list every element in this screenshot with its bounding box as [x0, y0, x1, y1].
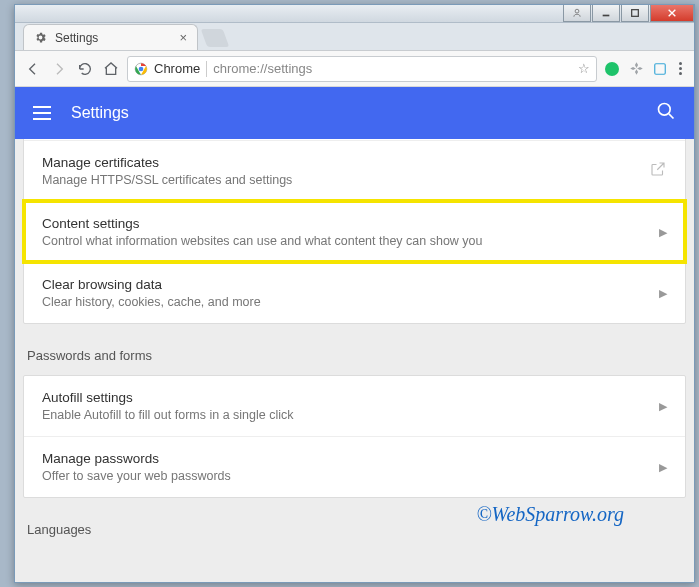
- browser-menu-button[interactable]: [675, 62, 686, 75]
- row-autofill-settings[interactable]: Autofill settings Enable Autofill to fil…: [24, 376, 685, 436]
- reload-button[interactable]: [75, 59, 95, 79]
- omnibox-url: chrome://settings: [213, 61, 312, 76]
- row-text: Manage passwords Offer to save your web …: [42, 451, 647, 483]
- row-title: Content settings: [42, 216, 647, 231]
- svg-rect-5: [655, 63, 666, 74]
- row-text: Manage certificates Manage HTTPS/SSL cer…: [42, 155, 637, 187]
- omnibox-origin: Chrome: [154, 61, 200, 76]
- tab-close-icon[interactable]: ×: [179, 30, 187, 45]
- bookmark-star-icon[interactable]: ☆: [578, 61, 590, 76]
- tab-label: Settings: [55, 31, 98, 45]
- row-subtitle: Offer to save your web passwords: [42, 469, 647, 483]
- gear-icon: [34, 31, 47, 44]
- back-button[interactable]: [23, 59, 43, 79]
- row-subtitle: Manage HTTPS/SSL certificates and settin…: [42, 173, 637, 187]
- window-titlebar: [15, 5, 694, 23]
- svg-point-0: [575, 9, 579, 13]
- close-button[interactable]: [650, 5, 694, 22]
- chevron-right-icon: ▶: [659, 287, 667, 300]
- page-title: Settings: [71, 104, 129, 122]
- chevron-right-icon: ▶: [659, 226, 667, 239]
- minimize-button[interactable]: [592, 5, 620, 22]
- row-text: Clear browsing data Clear history, cooki…: [42, 277, 647, 309]
- content-area: Manage certificates Manage HTTPS/SSL cer…: [15, 139, 694, 582]
- chrome-icon: [134, 62, 148, 76]
- extension-gray-icon[interactable]: [627, 60, 645, 78]
- row-manage-certificates[interactable]: Manage certificates Manage HTTPS/SSL cer…: [24, 140, 685, 201]
- tab-strip: Settings ×: [15, 23, 694, 51]
- forward-button: [49, 59, 69, 79]
- browser-window: Settings × Chrome chrome://settings ☆: [14, 4, 695, 583]
- section-passwords-heading: Passwords and forms: [23, 324, 686, 375]
- tab-settings[interactable]: Settings ×: [23, 24, 198, 50]
- row-subtitle: Enable Autofill to fill out forms in a s…: [42, 408, 647, 422]
- home-button[interactable]: [101, 59, 121, 79]
- section-languages-heading: Languages: [23, 498, 686, 549]
- row-subtitle: Control what information websites can us…: [42, 234, 647, 248]
- svg-rect-1: [603, 15, 610, 17]
- open-external-icon: [649, 160, 667, 182]
- row-manage-passwords[interactable]: Manage passwords Offer to save your web …: [24, 436, 685, 497]
- address-bar[interactable]: Chrome chrome://settings ☆: [127, 56, 597, 82]
- svg-rect-2: [632, 10, 639, 17]
- extension-green-icon[interactable]: [603, 60, 621, 78]
- privacy-card: Manage certificates Manage HTTPS/SSL cer…: [23, 139, 686, 324]
- svg-point-4: [139, 66, 144, 71]
- maximize-button[interactable]: [621, 5, 649, 22]
- row-clear-browsing-data[interactable]: Clear browsing data Clear history, cooki…: [24, 262, 685, 323]
- passwords-card: Autofill settings Enable Autofill to fil…: [23, 375, 686, 498]
- svg-point-6: [659, 104, 671, 116]
- new-tab-button[interactable]: [201, 29, 230, 47]
- content-scroll[interactable]: Manage certificates Manage HTTPS/SSL cer…: [15, 139, 694, 582]
- row-title: Manage certificates: [42, 155, 637, 170]
- chevron-right-icon: ▶: [659, 400, 667, 413]
- menu-icon[interactable]: [33, 106, 51, 120]
- settings-header: Settings: [15, 87, 694, 139]
- row-text: Content settings Control what informatio…: [42, 216, 647, 248]
- row-content-settings[interactable]: Content settings Control what informatio…: [24, 201, 685, 262]
- chevron-right-icon: ▶: [659, 461, 667, 474]
- row-title: Clear browsing data: [42, 277, 647, 292]
- user-icon-button[interactable]: [563, 5, 591, 22]
- row-subtitle: Clear history, cookies, cache, and more: [42, 295, 647, 309]
- search-icon[interactable]: [656, 101, 676, 125]
- extension-blue-icon[interactable]: [651, 60, 669, 78]
- omnibox-separator: [206, 61, 207, 77]
- row-text: Autofill settings Enable Autofill to fil…: [42, 390, 647, 422]
- row-title: Manage passwords: [42, 451, 647, 466]
- browser-toolbar: Chrome chrome://settings ☆: [15, 51, 694, 87]
- row-title: Autofill settings: [42, 390, 647, 405]
